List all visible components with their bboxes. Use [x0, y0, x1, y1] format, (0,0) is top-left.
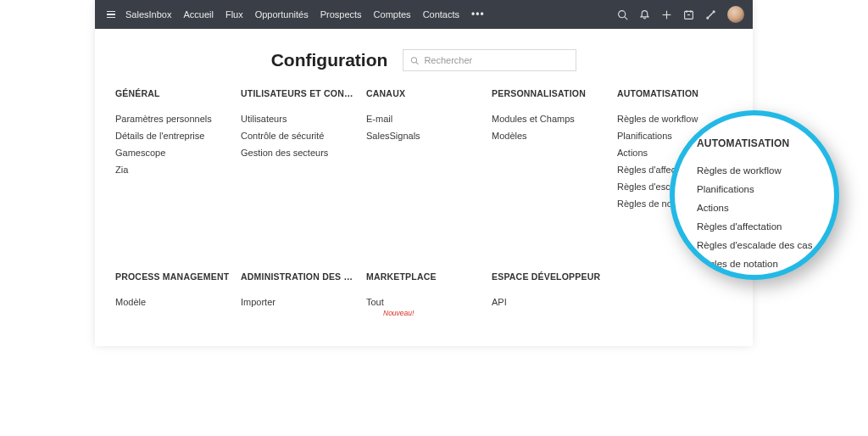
topbar-right	[617, 6, 744, 23]
plus-icon[interactable]	[661, 9, 672, 20]
svg-line-11	[416, 62, 419, 64]
search-input-icon	[410, 56, 419, 65]
search-icon[interactable]	[617, 9, 628, 20]
bubble-link[interactable]: Règles d'affectation	[697, 217, 817, 236]
svg-point-0	[619, 10, 626, 17]
top-navbar: SalesInbox Accueil Flux Opportunités Pro…	[95, 0, 753, 29]
section-users: UTILISATEURS ET CONTR… Utilisateurs Cont…	[241, 88, 356, 212]
section-process-management: PROCESS MANAGEMENT Modèle	[115, 271, 231, 317]
settings-link[interactable]: Paramètres personnels	[115, 110, 231, 127]
settings-link[interactable]: Modèle	[115, 293, 231, 310]
menu-icon[interactable]	[103, 8, 119, 22]
nav-item-contacts[interactable]: Contacts	[423, 9, 459, 20]
settings-link[interactable]: Importer	[241, 293, 356, 310]
bubble-link[interactable]: Règles de workflow	[697, 161, 817, 180]
settings-link[interactable]: Gestion des secteurs	[241, 144, 356, 161]
calendar-icon[interactable]	[683, 9, 694, 20]
new-badge: Nouveau!	[383, 309, 481, 317]
section-title: ADMINISTRATION DES DO…	[241, 271, 356, 282]
nav-item-flux[interactable]: Flux	[225, 9, 243, 20]
settings-link[interactable]: Contrôle de sécurité	[241, 127, 356, 144]
section-title: AUTOMATISATION	[617, 88, 732, 98]
settings-link[interactable]: Tout	[366, 293, 481, 310]
section-title: PERSONNALISATION	[492, 88, 607, 98]
section-title: UTILISATEURS ET CONTR…	[241, 88, 356, 98]
bubble-link[interactable]: Règles de notation	[697, 254, 817, 273]
nav-more-icon[interactable]: •••	[471, 8, 485, 20]
nav-items: SalesInbox Accueil Flux Opportunités Pro…	[125, 8, 485, 20]
settings-grid-row1: GÉNÉRAL Paramètres personnels Détails de…	[95, 88, 753, 212]
section-title: GÉNÉRAL	[115, 88, 231, 98]
search-input[interactable]	[424, 55, 569, 65]
section-data-admin: ADMINISTRATION DES DO… Importer	[241, 271, 356, 317]
settings-link[interactable]: Modules et Champs	[492, 110, 607, 127]
bubble-link[interactable]: Actions	[697, 198, 817, 217]
nav-item-prospects[interactable]: Prospects	[320, 9, 362, 20]
nav-item-accueil[interactable]: Accueil	[183, 9, 213, 20]
page-header: Configuration	[95, 29, 753, 88]
settings-link[interactable]: SalesSignals	[366, 127, 481, 144]
nav-item-comptes[interactable]: Comptes	[374, 9, 411, 20]
nav-item-opportunites[interactable]: Opportunités	[255, 9, 309, 20]
tools-icon[interactable]	[705, 9, 716, 20]
settings-link[interactable]: Utilisateurs	[241, 110, 356, 127]
app-window: SalesInbox Accueil Flux Opportunités Pro…	[95, 0, 753, 346]
svg-line-1	[625, 16, 627, 19]
section-channels: CANAUX E-mail SalesSignals	[366, 88, 481, 212]
section-title: MARKETPLACE	[366, 271, 481, 282]
search-box[interactable]	[403, 49, 576, 71]
bell-icon[interactable]	[639, 9, 650, 20]
section-title: PROCESS MANAGEMENT	[115, 271, 231, 282]
section-title: CANAUX	[366, 88, 481, 98]
settings-link[interactable]: Modèles	[492, 127, 607, 144]
svg-point-10	[412, 57, 417, 62]
bubble-link[interactable]: Planifications	[697, 180, 817, 198]
page-title: Configuration	[271, 50, 388, 70]
section-customization: PERSONNALISATION Modules et Champs Modèl…	[492, 88, 607, 212]
zoom-bubble: AUTOMATISATION Règles de workflow Planif…	[670, 110, 839, 280]
nav-brand[interactable]: SalesInbox	[125, 9, 171, 20]
bubble-link[interactable]: Règles d'escalade des cas	[697, 236, 817, 254]
settings-link[interactable]: Détails de l'entreprise	[115, 127, 231, 144]
settings-link[interactable]: API	[492, 293, 607, 310]
settings-link[interactable]: E-mail	[366, 110, 481, 127]
zoom-highlight: AUTOMATISATION Règles de workflow Planif…	[670, 110, 848, 288]
settings-link[interactable]: Zia	[115, 161, 231, 178]
section-developer: ESPACE DÉVELOPPEUR API	[492, 271, 607, 317]
settings-link[interactable]: Gamescope	[115, 144, 231, 161]
bubble-title: AUTOMATISATION	[697, 137, 817, 149]
section-general: GÉNÉRAL Paramètres personnels Détails de…	[115, 88, 231, 212]
avatar[interactable]	[727, 6, 744, 23]
section-marketplace: MARKETPLACE Tout Nouveau!	[366, 271, 481, 317]
settings-grid-row2: PROCESS MANAGEMENT Modèle ADMINISTRATION…	[95, 271, 753, 317]
section-title: ESPACE DÉVELOPPEUR	[492, 271, 607, 282]
